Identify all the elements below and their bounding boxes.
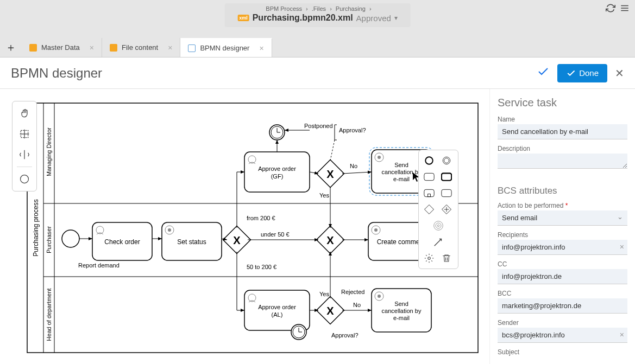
tab-master-data[interactable]: Master Data × (22, 38, 102, 57)
delete-icon[interactable] (439, 251, 454, 265)
gateway-approval-al[interactable]: X (317, 297, 344, 324)
svg-text:No: No (353, 302, 361, 308)
new-tab-button[interactable]: ＋ (0, 38, 22, 57)
timer-event[interactable] (291, 324, 306, 340)
cc-label: CC (498, 260, 627, 268)
diagram-canvas[interactable]: Purchasing process Managing Director Pur… (0, 89, 489, 364)
svg-point-86 (436, 223, 441, 228)
lasso-tool[interactable] (15, 124, 34, 144)
action-select[interactable] (498, 210, 627, 226)
recipients-field[interactable] (498, 240, 627, 255)
svg-rect-81 (425, 205, 434, 214)
bcc-field[interactable] (498, 298, 627, 314)
clear-icon[interactable]: × (620, 330, 624, 339)
append-end-event[interactable] (422, 154, 436, 168)
tab-bpmn-designer[interactable]: BPMN designer × (180, 38, 272, 57)
svg-text:X: X (326, 305, 334, 317)
svg-text:under 50 €: under 50 € (261, 231, 290, 238)
action-label: Action to be performed * (498, 202, 627, 209)
page-title: BPMN designer (11, 66, 102, 81)
svg-rect-21 (244, 152, 310, 192)
breadcrumb-file-chip[interactable]: BPM Process › .Files › Purchasing › xml … (224, 3, 411, 27)
append-intermediate-event[interactable] (439, 154, 454, 168)
tab-file-content[interactable]: File content × (102, 38, 180, 57)
svg-text:Check order: Check order (104, 238, 140, 246)
task-approve-gf[interactable]: Approve order(GF) (244, 152, 310, 192)
append-subprocess[interactable] (422, 186, 436, 200)
start-event-tool[interactable] (15, 169, 34, 189)
svg-point-85 (434, 221, 443, 231)
xml-icon (110, 44, 117, 52)
close-icon[interactable]: × (259, 44, 263, 53)
chevron-down-icon[interactable]: ▾ (394, 14, 398, 22)
label: Report demand (78, 262, 120, 269)
gateway-approval-gf[interactable]: X (317, 160, 344, 188)
settings-icon[interactable] (422, 251, 436, 265)
cc-field[interactable] (498, 269, 627, 284)
tool-palette (12, 101, 37, 191)
xml-badge-icon: xml (237, 15, 249, 21)
svg-point-34 (378, 156, 381, 159)
lane-label: Managing Director (46, 127, 52, 176)
append-task[interactable] (422, 170, 436, 184)
sender-label: Sender (498, 319, 627, 327)
bcc-label: BCC (498, 290, 627, 297)
tab-label: BPMN designer (200, 44, 249, 52)
file-status: Approved (356, 14, 391, 23)
recipients-label: Recipients (498, 231, 627, 239)
apply-check-icon[interactable] (537, 65, 550, 81)
timer-event[interactable] (269, 125, 285, 140)
name-field[interactable] (498, 124, 627, 139)
append-gateway-parallel[interactable] (439, 202, 454, 216)
lane-label: Head of department (46, 288, 52, 341)
panel-title: Service task (498, 97, 627, 109)
pool-label: Purchasing process (32, 199, 40, 256)
svg-point-6 (21, 175, 29, 183)
svg-text:from 200 €: from 200 € (247, 215, 275, 221)
space-tool[interactable] (15, 145, 34, 164)
sender-field[interactable] (498, 328, 627, 343)
annotation-label: Approval? (339, 127, 366, 133)
description-field[interactable] (498, 154, 627, 169)
file-name: Purchasing.bpmn20.xml (253, 13, 353, 23)
svg-point-73 (425, 157, 433, 164)
start-event[interactable] (62, 230, 79, 247)
svg-text:Set status: Set status (177, 238, 206, 246)
gateway-merge[interactable]: X (317, 226, 344, 254)
connect[interactable] (431, 235, 445, 249)
svg-rect-77 (442, 173, 451, 180)
refresh-icon[interactable] (606, 3, 615, 15)
svg-text:Yes: Yes (319, 291, 329, 297)
context-pad (418, 150, 458, 269)
xml-icon (29, 44, 37, 52)
append-task-alt[interactable] (439, 186, 454, 200)
svg-point-75 (444, 158, 449, 163)
append-gateway-xor[interactable] (422, 202, 436, 216)
task-send-cancellation-2[interactable]: Sendcancellation bye-mail (372, 289, 431, 332)
label: Approval? (331, 332, 359, 339)
close-icon[interactable]: × (90, 43, 94, 52)
svg-text:X: X (326, 234, 334, 246)
change-type[interactable] (431, 219, 445, 233)
tab-label: Master Data (41, 43, 80, 52)
svg-text:X: X (233, 234, 241, 246)
gateway-split-amount[interactable]: X (223, 226, 251, 254)
hand-tool[interactable] (15, 104, 34, 123)
task-check-order[interactable]: Check order (92, 222, 152, 260)
bcs-section-title: BCS attributes (498, 186, 627, 196)
done-button[interactable]: Done (557, 64, 607, 82)
svg-text:50 to 200 €: 50 to 200 € (247, 264, 276, 270)
clear-icon[interactable]: × (620, 242, 624, 251)
svg-text:X: X (326, 168, 334, 180)
breadcrumb: BPM Process › .Files › Purchasing › (237, 5, 398, 12)
tab-label: File content (122, 43, 158, 52)
close-icon[interactable]: × (168, 43, 172, 52)
name-label: Name (498, 116, 627, 123)
text-annotation-bracket (335, 125, 337, 140)
close-icon[interactable]: ✕ (615, 67, 624, 80)
menu-icon[interactable] (620, 3, 630, 15)
done-label: Done (579, 68, 599, 78)
task-set-status[interactable]: Set status (162, 222, 222, 260)
svg-text:Rejected: Rejected (341, 289, 364, 295)
append-call-activity[interactable] (439, 170, 454, 184)
